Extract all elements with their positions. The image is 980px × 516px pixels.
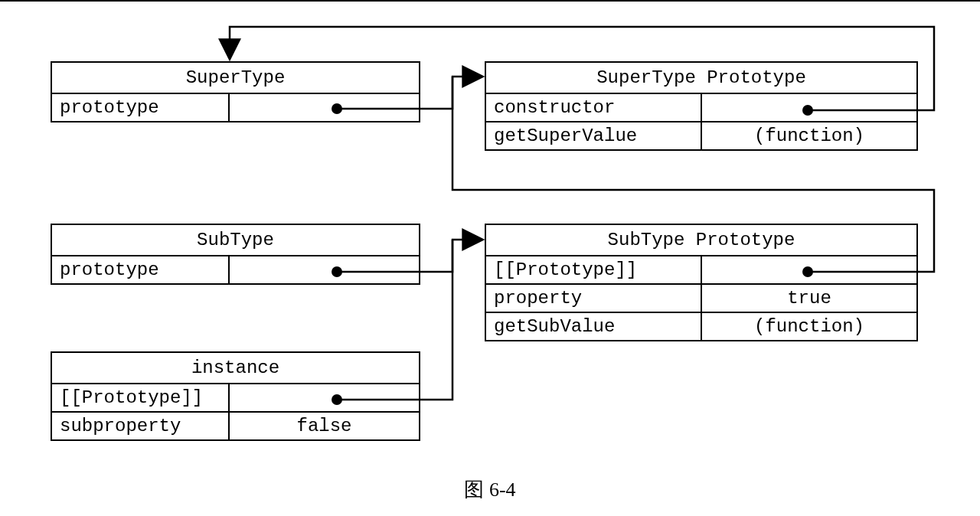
cell-key: subproperty [52, 413, 230, 439]
supertype-proto-box: SuperType Prototype constructor getSuper… [485, 61, 918, 151]
subtype-proto-box: SubType Prototype [[Prototype]] property… [485, 224, 918, 341]
subtype-title: SubType [52, 225, 419, 256]
instance-box: instance [[Prototype]] subproperty false [51, 351, 420, 441]
cell-value [702, 256, 916, 283]
cell-key: getSubValue [486, 313, 702, 340]
cell-key: property [486, 285, 702, 312]
cell-value: (function) [702, 313, 916, 340]
subtype-box: SubType prototype [51, 224, 420, 285]
table-row: [[Prototype]] [486, 256, 916, 285]
supertype-proto-title: SuperType Prototype [486, 63, 916, 94]
subtype-proto-title: SubType Prototype [486, 225, 916, 256]
table-row: [[Prototype]] [52, 384, 419, 413]
supertype-box: SuperType prototype [51, 61, 420, 122]
table-row: prototype [52, 256, 419, 283]
supertype-title: SuperType [52, 63, 419, 94]
cell-value: false [230, 413, 419, 439]
cell-value [230, 256, 419, 283]
cell-value: (function) [702, 122, 916, 149]
cell-value [702, 94, 916, 121]
cell-key: prototype [52, 94, 230, 121]
table-row: constructor [486, 94, 916, 122]
figure-caption: 图 6-4 [0, 476, 980, 503]
cell-key: [[Prototype]] [486, 256, 702, 283]
cell-key: [[Prototype]] [52, 384, 230, 411]
cell-value: true [702, 285, 916, 312]
cell-key: prototype [52, 256, 230, 283]
cell-key: constructor [486, 94, 702, 121]
instance-title: instance [52, 353, 419, 384]
table-row: getSubValue (function) [486, 313, 916, 340]
cell-value [230, 384, 419, 411]
table-row: getSuperValue (function) [486, 122, 916, 149]
cell-key: getSuperValue [486, 122, 702, 149]
table-row: property true [486, 285, 916, 313]
table-row: subproperty false [52, 413, 419, 439]
cell-value [230, 94, 419, 121]
table-row: prototype [52, 94, 419, 121]
